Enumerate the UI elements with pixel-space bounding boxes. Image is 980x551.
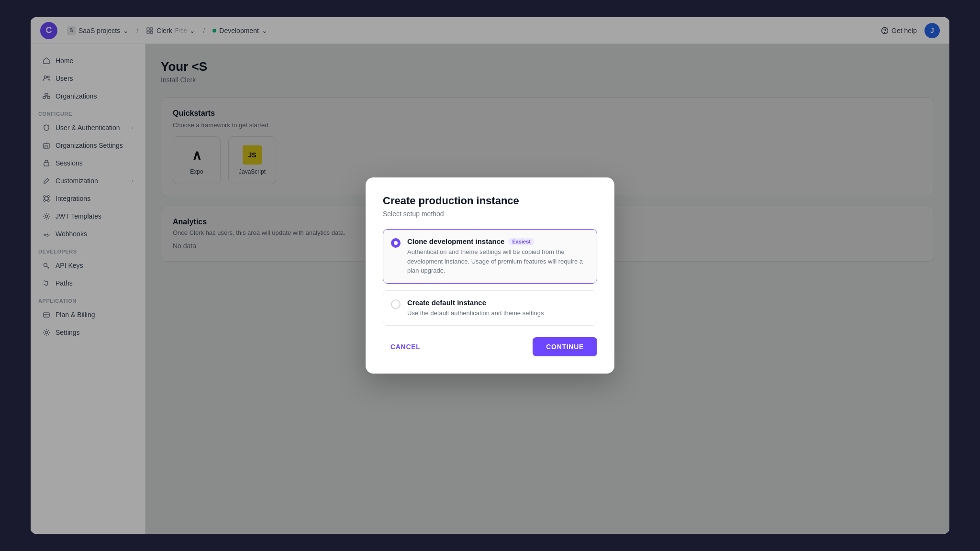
create-production-modal: Create production instance Select setup … — [366, 177, 614, 374]
modal-overlay: Create production instance Select setup … — [31, 17, 949, 534]
option-clone-desc: Authentication and theme settings will b… — [407, 247, 589, 276]
modal-actions: CANCEL CONTINUE — [383, 337, 597, 356]
easiest-badge: Easiest — [508, 238, 535, 245]
continue-button[interactable]: CONTINUE — [533, 337, 597, 356]
option-default-title: Create default instance — [407, 298, 486, 307]
modal-subtitle: Select setup method — [383, 210, 597, 218]
radio-clone[interactable] — [391, 238, 401, 248]
modal-option-default[interactable]: Create default instance Use the default … — [383, 290, 597, 326]
option-clone-header: Clone development instance Easiest — [407, 237, 589, 245]
option-default-header: Create default instance — [407, 298, 544, 307]
modal-option-clone[interactable]: Clone development instance Easiest Authe… — [383, 229, 597, 284]
app-frame: C S SaaS projects ⌄ / Clerk Free ⌄ / — [31, 17, 949, 534]
cancel-button[interactable]: CANCEL — [383, 338, 428, 355]
modal-title: Create production instance — [383, 195, 597, 207]
option-default-content: Create default instance Use the default … — [407, 298, 544, 318]
option-default-desc: Use the default authentication and theme… — [407, 309, 544, 318]
option-clone-title: Clone development instance — [407, 237, 504, 245]
option-clone-content: Clone development instance Easiest Authe… — [407, 237, 589, 276]
radio-default[interactable] — [391, 299, 401, 309]
